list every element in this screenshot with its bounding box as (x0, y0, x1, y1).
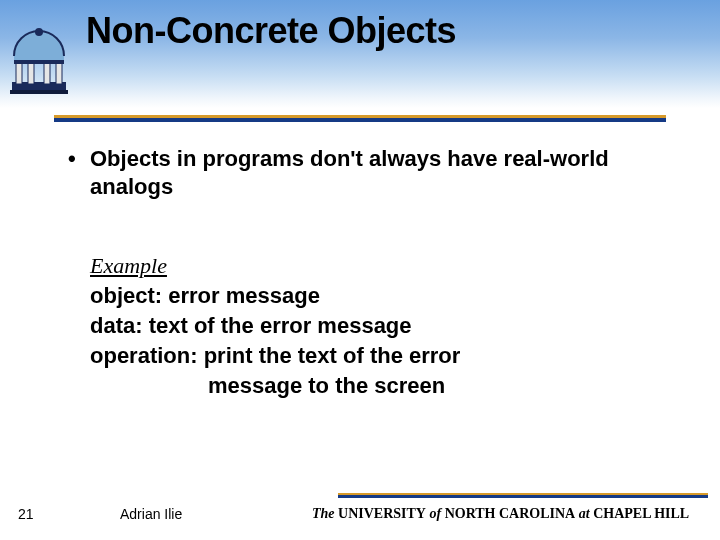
svg-rect-7 (14, 60, 64, 64)
example-line: message to the screen (90, 371, 668, 401)
content-area: • Objects in programs don't always have … (68, 145, 668, 401)
example-line: data: text of the error message (90, 311, 668, 341)
slide-title: Non-Concrete Objects (86, 10, 456, 52)
word-at: at (579, 506, 590, 521)
word-of: of (429, 506, 441, 521)
word-north-carolina: NORTH CAROLINA (445, 506, 576, 521)
author-name: Adrian Ilie (120, 506, 182, 522)
svg-rect-1 (10, 90, 68, 94)
svg-point-2 (35, 28, 43, 36)
bullet-marker: • (68, 145, 90, 173)
word-university: UNIVERSITY (338, 506, 426, 521)
example-line: object: error message (90, 281, 668, 311)
slide-number: 21 (18, 506, 34, 522)
old-well-icon (8, 18, 70, 94)
example-block: Example object: error message data: text… (90, 251, 668, 401)
word-chapel-hill: CHAPEL HILL (593, 506, 689, 521)
title-divider (54, 115, 666, 122)
example-line: operation: print the text of the error (90, 341, 668, 371)
svg-rect-3 (16, 62, 22, 84)
word-the: The (312, 506, 335, 521)
svg-rect-4 (28, 62, 34, 84)
svg-rect-5 (44, 62, 50, 84)
university-credit: The UNIVERSITY of NORTH CAROLINA at CHAP… (312, 506, 689, 522)
example-label: Example (90, 251, 668, 281)
bullet-text: Objects in programs don't always have re… (90, 145, 668, 201)
footer-divider (338, 493, 708, 498)
svg-rect-6 (56, 62, 62, 84)
slide: Non-Concrete Objects • Objects in progra… (0, 0, 720, 540)
bullet-item: • Objects in programs don't always have … (68, 145, 668, 201)
